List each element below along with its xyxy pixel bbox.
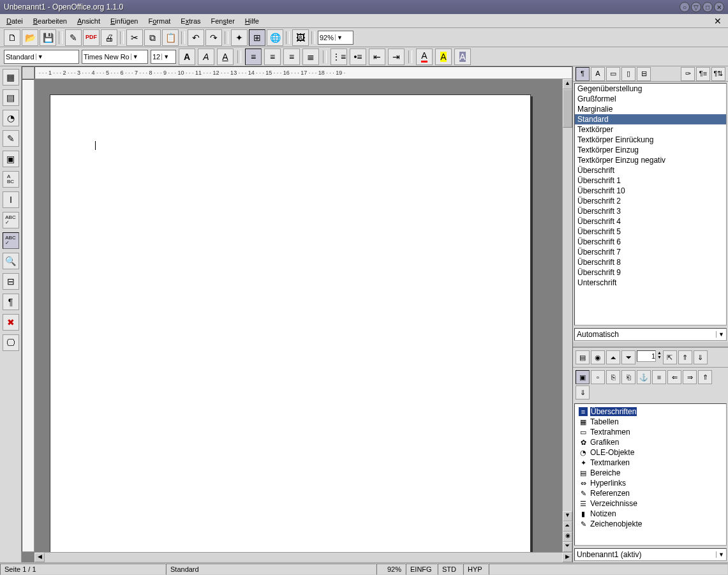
style-list[interactable]: GegenüberstellungGrußformelMarginalieSta… (574, 83, 727, 325)
status-hyphenation[interactable]: HYP (463, 564, 489, 575)
menu-hilfe[interactable]: Hilfe (242, 16, 262, 26)
maximize-button[interactable]: ▽ (691, 2, 701, 12)
export-pdf-button[interactable]: PDF (83, 29, 100, 46)
new-style-button[interactable]: ¶≡ (696, 67, 710, 81)
menu-datei[interactable]: Datei (4, 16, 26, 26)
style-item[interactable]: Textkörper (575, 124, 726, 135)
form-button[interactable]: ▣ (3, 151, 19, 167)
align-justify-button[interactable]: ≣ (302, 49, 319, 65)
italic-button[interactable]: A (198, 49, 214, 65)
style-item[interactable]: Textkörper Einzug (575, 145, 726, 155)
nav-content-view-button[interactable]: ▣ (576, 370, 590, 384)
online-layout-button[interactable]: 🖵 (3, 334, 19, 351)
decrease-indent-button[interactable]: ⇤ (369, 49, 385, 65)
style-item[interactable]: Überschrift 3 (575, 206, 726, 216)
gallery-button[interactable]: 🖼 (292, 29, 309, 46)
menu-ansicht[interactable]: Ansicht (75, 16, 103, 26)
style-item[interactable]: Überschrift (575, 165, 726, 175)
vertical-scrollbar[interactable]: ▲ ▼ ⏶ ◉ ⏷ (562, 79, 572, 552)
document-close-button[interactable]: ✕ (711, 16, 724, 26)
character-styles-tab[interactable]: A (591, 67, 605, 81)
horizontal-ruler[interactable]: · · · 1 · · · 2 · · · 3 · · · 4 · · · 5 … (34, 66, 572, 79)
navigator-item[interactable]: ▭Textrahmen (577, 427, 724, 437)
style-item[interactable]: Textkörper Einzug negativ (575, 155, 726, 165)
copy-button[interactable]: ⧉ (144, 29, 161, 46)
style-item[interactable]: Überschrift 2 (575, 196, 726, 206)
font-color-button[interactable]: A (416, 49, 433, 65)
nav-move-up-button[interactable]: ⇑ (698, 370, 712, 384)
find-button[interactable]: 🔍 (3, 253, 19, 269)
style-item[interactable]: Grußformel (575, 94, 726, 104)
auto-spellcheck-button[interactable]: ABC✓ (3, 232, 19, 249)
style-item[interactable]: Überschrift 5 (575, 227, 726, 237)
background-color-button[interactable]: A (454, 49, 471, 65)
open-button[interactable]: 📂 (22, 29, 38, 46)
navigator-item[interactable]: ◔OLE-Objekte (577, 447, 724, 458)
restore-button[interactable]: □ (702, 2, 713, 12)
style-item[interactable]: Überschrift 7 (575, 247, 726, 257)
style-item[interactable]: Überschrift 8 (575, 257, 726, 267)
underline-button[interactable]: A (217, 49, 234, 65)
graphics-onoff-button[interactable]: ✖ (3, 314, 19, 331)
navigator-item[interactable]: ⇔Hyperlinks (577, 478, 724, 488)
nav-chapter-down-button[interactable]: ⇓ (694, 350, 708, 364)
status-selection[interactable]: STD (438, 564, 463, 575)
insert-object-button[interactable]: ◔ (3, 110, 19, 126)
update-style-button[interactable]: ¶⇅ (711, 67, 725, 81)
style-item[interactable]: Überschrift 9 (575, 267, 726, 278)
insert-draw-button[interactable]: ✎ (3, 130, 19, 147)
menu-einfuegen[interactable]: Einfügen (108, 16, 140, 26)
nav-promote-button[interactable]: ⇐ (667, 370, 681, 384)
style-filter-select[interactable]: Automatisch ▼ (574, 328, 727, 341)
document-page[interactable] (50, 94, 531, 552)
scroll-up-button[interactable]: ▲ (563, 79, 572, 89)
direct-cursor-button[interactable]: Ⅰ (3, 191, 19, 208)
bold-button[interactable]: A (179, 49, 195, 65)
panel-divider[interactable] (573, 342, 728, 347)
spin-down[interactable]: ▼ (657, 355, 662, 359)
cut-button[interactable]: ✂ (126, 29, 143, 46)
bullets-button[interactable]: •≡ (350, 49, 366, 65)
style-item[interactable]: Textkörper Einrückung (575, 135, 726, 145)
style-item[interactable]: Marginalie (575, 104, 726, 114)
nonprinting-chars-button[interactable]: ¶ (3, 294, 19, 310)
page-styles-tab[interactable]: ▯ (621, 67, 635, 81)
nav-dragmode-button[interactable]: ⇱ (663, 350, 677, 364)
increase-indent-button[interactable]: ⇥ (388, 49, 405, 65)
close-button[interactable]: ✕ (714, 2, 724, 12)
nav-target-button[interactable]: ◉ (563, 532, 572, 542)
highlight-button[interactable]: A (435, 49, 452, 65)
status-style[interactable]: Standard (166, 564, 376, 575)
align-right-button[interactable]: ≡ (283, 49, 300, 65)
menu-bearbeiten[interactable]: Bearbeiten (31, 16, 70, 26)
nav-set-reminder-button[interactable]: ▫ (591, 370, 605, 384)
style-item[interactable]: Unterschrift (575, 278, 726, 288)
paragraph-styles-tab[interactable]: ¶ (576, 67, 590, 81)
spin-up[interactable]: ▲ (657, 350, 662, 355)
nav-next-button[interactable]: ⏷ (621, 350, 635, 364)
navigator-item[interactable]: ✎Zeichenobjekte (577, 519, 724, 529)
style-item[interactable]: Überschrift 10 (575, 186, 726, 196)
navigator-doc-select[interactable]: Unbenannt1 (aktiv) ▼ (574, 548, 727, 561)
nav-demote-button[interactable]: ⇒ (683, 370, 697, 384)
nav-chapter-up-button[interactable]: ⇑ (678, 350, 692, 364)
vertical-ruler[interactable] (22, 79, 34, 552)
nav-anchor-button[interactable]: ⚓ (637, 370, 651, 384)
nav-header-button[interactable]: ⎘ (606, 370, 620, 384)
scroll-right-button[interactable]: ▶ (562, 553, 572, 562)
hyperlink-button[interactable]: 🌐 (267, 29, 283, 46)
fill-format-button[interactable]: ✑ (681, 67, 695, 81)
spellcheck-button[interactable]: ABC✓ (3, 212, 19, 228)
nav-prev-button[interactable]: ⏶ (606, 350, 620, 364)
menu-extras[interactable]: Extras (178, 16, 203, 26)
navigator-item[interactable]: ✿Grafiken (577, 437, 724, 447)
numbering-button[interactable]: ⋮≡ (331, 49, 347, 65)
style-item[interactable]: Standard (575, 114, 726, 124)
navigator-item[interactable]: ▮Notizen (577, 509, 724, 519)
navigator-item[interactable]: ▤Bereiche (577, 468, 724, 478)
scroll-thumb[interactable] (563, 89, 572, 128)
navigator-item[interactable]: ≡Überschriften (577, 407, 724, 417)
menu-fenster[interactable]: Fenster (209, 16, 237, 26)
save-button[interactable]: 💾 (40, 29, 56, 46)
next-page-button[interactable]: ⏷ (563, 542, 572, 552)
